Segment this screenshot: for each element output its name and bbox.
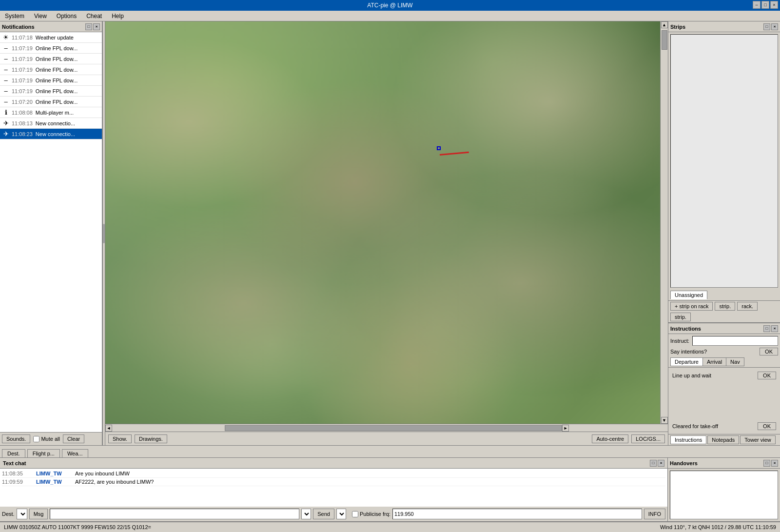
notif-item-7[interactable]: ℹ 11:08:08 Multi-player m... <box>0 107 102 118</box>
top-area: Notifications □ × ☀ 11:07:18 Weather upd… <box>0 21 780 445</box>
instructions-close-btn[interactable]: × <box>771 325 778 332</box>
msg-dropdown[interactable]: ▼ <box>301 509 311 519</box>
chat-area: Text chat □ × 11:08:35 LIMW_TW Are you i… <box>0 458 668 521</box>
publicise-frq-checkbox[interactable] <box>352 511 358 517</box>
dest-tab[interactable]: Dest. <box>2 449 25 457</box>
strip-button[interactable]: strip. <box>715 302 735 311</box>
menu-view[interactable]: View <box>31 12 50 20</box>
chat-close-btn[interactable]: × <box>658 460 664 467</box>
notif-item-2[interactable]: – 11:07:19 Online FPL dow... <box>0 54 102 64</box>
say-intentions-ok-button[interactable]: OK <box>760 348 778 355</box>
bottom-tabs: Dest. Flight p... Wea... <box>0 445 780 458</box>
notifications-list: ☀ 11:07:18 Weather update – 11:07:19 Onl… <box>0 32 102 432</box>
notifications-close-btn[interactable]: × <box>93 23 100 30</box>
handovers-controls: □ × <box>763 460 778 467</box>
strips-unassigned-tab[interactable]: Unassigned <box>670 291 707 299</box>
mute-all-checkbox[interactable] <box>33 436 39 442</box>
notif-icon-5: – <box>2 87 10 95</box>
main-layout: Notifications □ × ☀ 11:07:18 Weather upd… <box>0 21 780 532</box>
airport-marker <box>437 146 441 150</box>
strips-tabs: Unassigned <box>668 290 780 301</box>
handovers-minimize-btn[interactable]: □ <box>763 460 770 467</box>
notif-item-8[interactable]: ✈ 11:08:13 New connectio... <box>0 118 102 129</box>
rack-button[interactable]: rack. <box>737 302 758 311</box>
notif-item-4[interactable]: – 11:07:19 Online FPL dow... <box>0 75 102 86</box>
sounds-button[interactable]: Sounds. <box>2 434 30 443</box>
instruct-input[interactable] <box>692 336 778 346</box>
strip2-button[interactable]: strip. <box>670 313 691 321</box>
info-button[interactable]: INFO <box>644 509 665 519</box>
mute-all-label: Mute all <box>33 436 60 442</box>
send-button[interactable]: Send <box>313 509 334 519</box>
scroll-down-arrow[interactable]: ▼ <box>661 417 668 424</box>
maximize-button[interactable]: □ <box>761 1 769 9</box>
chat-minimize-btn[interactable]: □ <box>650 460 657 467</box>
map-canvas[interactable] <box>105 21 660 424</box>
status-right: Wind 110°, 7 kt QNH 1012 / 29.88 UTC 11:… <box>660 524 776 530</box>
notifications-minimize-btn[interactable]: □ <box>85 23 92 30</box>
notif-time-0: 11:07:18 <box>12 35 33 40</box>
arrival-tab[interactable]: Arrival <box>702 357 726 366</box>
strips-minimize-btn[interactable]: □ <box>763 23 770 30</box>
msg-button[interactable]: Msg <box>29 509 48 519</box>
notif-item-1[interactable]: – 11:07:19 Online FPL dow... <box>0 43 102 54</box>
menu-help[interactable]: Help <box>109 12 127 20</box>
notif-item-0[interactable]: ☀ 11:07:18 Weather update <box>0 32 102 43</box>
scroll-up-arrow[interactable]: ▲ <box>661 21 668 28</box>
chat-time-0: 11:08:35 <box>2 471 31 476</box>
menu-system[interactable]: System <box>2 12 27 20</box>
say-intentions-text: Say intentions? <box>670 349 707 355</box>
notif-item-6[interactable]: – 11:07:20 Online FPL dow... <box>0 97 102 107</box>
show-button[interactable]: Show. <box>108 434 132 443</box>
menu-cheat[interactable]: Cheat <box>83 12 105 20</box>
drawings-button[interactable]: Drawings. <box>135 434 167 443</box>
clear-button[interactable]: Clear <box>63 434 84 443</box>
tower-view-tab[interactable]: Tower view <box>740 435 775 444</box>
scroll-right-arrow[interactable]: ► <box>562 425 569 432</box>
strips-title: Strips <box>670 24 685 30</box>
chat-message-1: 11:09:59 LIMW_TW AF2222, are you inbound… <box>2 478 665 486</box>
notif-time-5: 11:07:19 <box>12 88 33 94</box>
auto-centre-button[interactable]: Auto-centre <box>592 434 628 443</box>
map-vertical-scrollbar[interactable]: ▲ ▼ <box>660 21 668 424</box>
strips-actions: + strip on rack strip. rack. strip. <box>668 301 780 322</box>
say-intentions-row: Say intentions? OK <box>668 347 780 356</box>
notif-item-3[interactable]: – 11:07:19 Online FPL dow... <box>0 64 102 75</box>
notif-item-9[interactable]: ✈ 11:08:23 New connectio... <box>0 129 102 139</box>
instructions-minimize-btn[interactable]: □ <box>763 325 770 332</box>
chat-message-0: 11:08:35 LIMW_TW Are you inbound LIMW <box>2 470 665 478</box>
chat-input-row: Dest. Msg ▼ Send ▼ Publicise frq: <box>0 507 667 521</box>
line-up-wait-ok-button[interactable]: OK <box>758 372 776 379</box>
departure-tab[interactable]: Departure <box>670 357 702 366</box>
menu-options[interactable]: Options <box>54 12 79 20</box>
minimize-button[interactable]: – <box>753 1 760 9</box>
strip-on-rack-button[interactable]: + strip on rack <box>670 302 713 311</box>
hscroll-thumb[interactable] <box>225 425 562 431</box>
notif-icon-7: ℹ <box>2 109 10 116</box>
notif-item-5[interactable]: – 11:07:19 Online FPL dow... <box>0 86 102 97</box>
freq-input[interactable] <box>392 509 642 519</box>
map-horizontal-scrollbar[interactable]: ◄ ► <box>105 424 668 432</box>
cleared-takeoff-ok-button[interactable]: OK <box>758 422 776 430</box>
send-dropdown[interactable]: ▼ <box>336 509 346 519</box>
instructions-title: Instructions <box>670 326 701 332</box>
message-input[interactable] <box>50 509 299 519</box>
strips-close-btn[interactable]: × <box>771 23 778 30</box>
nav-tab[interactable]: Nav <box>726 357 744 366</box>
aircraft-marker[interactable] <box>440 152 469 156</box>
notepads-tab[interactable]: Notepads <box>707 435 739 444</box>
weather-tab[interactable]: Wea... <box>62 449 88 457</box>
instructions-tab[interactable]: Instructions <box>670 435 706 444</box>
scroll-left-arrow[interactable]: ◄ <box>105 425 112 432</box>
instruction-bottom-tabs: Instructions Notepads Tower view <box>668 434 780 445</box>
handovers-close-btn[interactable]: × <box>771 460 778 467</box>
instruction-tabs: Departure Arrival Nav <box>668 356 780 368</box>
dest-select[interactable] <box>17 509 27 519</box>
loc-gs-button[interactable]: LOC/GS... <box>631 434 665 443</box>
scroll-thumb[interactable] <box>662 30 667 50</box>
slider-thumb <box>103 224 105 243</box>
bottom-area: Text chat □ × 11:08:35 LIMW_TW Are you i… <box>0 458 780 521</box>
notifications-header: Notifications □ × <box>0 21 102 32</box>
close-button[interactable]: × <box>770 1 778 9</box>
flight-plan-tab[interactable]: Flight p... <box>27 449 60 457</box>
